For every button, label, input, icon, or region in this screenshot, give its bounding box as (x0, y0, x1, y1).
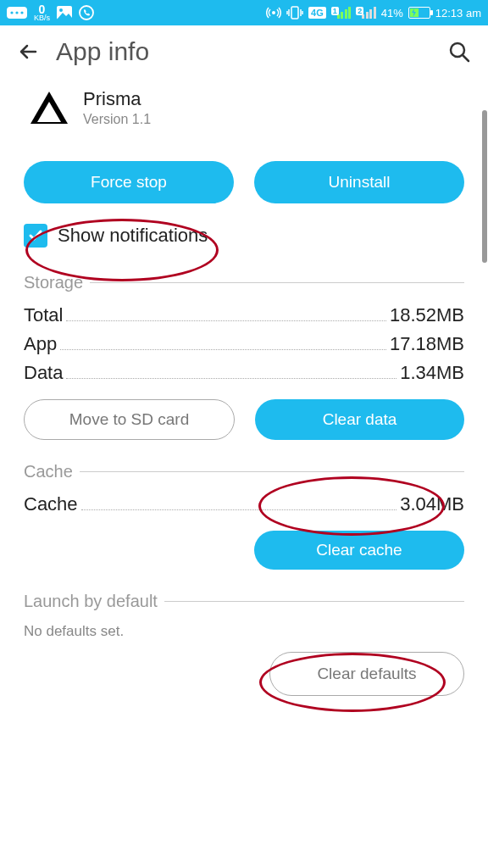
storage-app-row: App17.18MB (24, 333, 464, 355)
cache-row: Cache3.04MB (24, 493, 464, 515)
sim2-signal: 2 (356, 5, 376, 21)
clear-cache-button[interactable]: Clear cache (254, 531, 464, 570)
svg-point-1 (10, 11, 13, 14)
clear-defaults-button[interactable]: Clear defaults (269, 652, 464, 696)
storage-total-row: Total18.52MB (24, 304, 464, 326)
storage-section-title: Storage (24, 273, 464, 292)
svg-point-6 (80, 6, 93, 19)
network-4g-badge: 4G (308, 7, 326, 19)
uninstall-button[interactable]: Uninstall (254, 161, 464, 203)
search-icon[interactable] (447, 40, 471, 64)
clear-data-button[interactable]: Clear data (255, 399, 464, 440)
launch-section-title: Launch by default (24, 592, 464, 611)
app-header: Prisma Version 1.1 (24, 88, 464, 127)
hotspot-icon (266, 5, 281, 20)
svg-point-2 (15, 11, 18, 14)
data-speed-icon: 0 KB/s (34, 4, 50, 22)
cache-section-title: Cache (24, 462, 464, 481)
svg-point-7 (272, 11, 275, 14)
sim1-signal: 1 (331, 5, 352, 21)
show-notifications-row[interactable]: Show notifications (24, 224, 464, 248)
force-stop-button[interactable]: Force stop (24, 161, 234, 203)
whatsapp-icon (79, 5, 94, 20)
more-icon (7, 7, 27, 19)
svg-rect-8 (291, 7, 298, 19)
svg-line-14 (463, 55, 469, 61)
header: App info (0, 25, 488, 78)
launch-none-text: No defaults set. (24, 623, 464, 640)
image-icon (57, 6, 72, 19)
app-icon (30, 92, 68, 124)
move-to-sd-button[interactable]: Move to SD card (24, 399, 235, 440)
status-bar: 0 KB/s 4G 1 2 41% 12:13 am (0, 0, 488, 25)
checkbox-icon[interactable] (24, 224, 47, 248)
page-title: App info (56, 37, 149, 66)
battery-icon (408, 7, 430, 19)
svg-point-5 (59, 8, 63, 12)
show-notifications-label: Show notifications (58, 225, 208, 247)
back-icon[interactable] (17, 40, 41, 64)
clock: 12:13 am (435, 7, 481, 19)
storage-data-row: Data1.34MB (24, 362, 464, 384)
battery-percent: 41% (381, 7, 403, 19)
scrollbar-thumb[interactable] (482, 110, 487, 263)
svg-point-3 (20, 11, 23, 14)
vibrate-icon (286, 6, 303, 19)
app-version: Version 1.1 (83, 112, 151, 127)
app-name: Prisma (83, 88, 151, 110)
